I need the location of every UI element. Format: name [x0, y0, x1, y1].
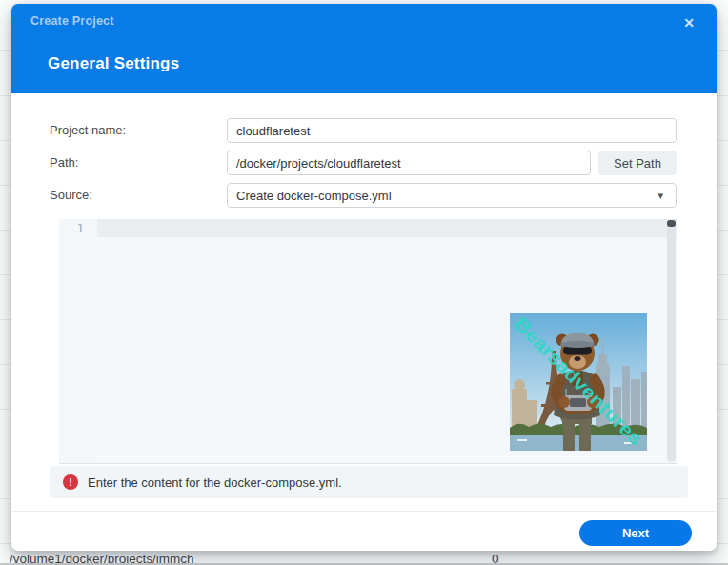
editor-active-line — [97, 219, 677, 237]
next-button[interactable]: Next — [579, 520, 692, 546]
editor-scrollbar[interactable] — [667, 220, 676, 462]
validation-error: ! Enter the content for the docker-compo… — [50, 466, 688, 498]
chevron-down-icon: ▾ — [657, 191, 663, 201]
dialog-title: Create Project — [30, 14, 114, 28]
source-label: Source: — [50, 183, 221, 208]
set-path-button[interactable]: Set Path — [598, 151, 677, 175]
source-select[interactable]: Create docker-compose.yml ▾ — [227, 183, 677, 208]
error-message: Enter the content for the docker-compose… — [88, 475, 342, 490]
bear-stock-image: Bearsadventures — [510, 313, 647, 451]
error-icon: ! — [63, 474, 78, 490]
bear-city-illustration: Bearsadventures — [510, 313, 647, 451]
boat — [517, 439, 527, 441]
path-label: Path: — [50, 151, 221, 175]
close-icon[interactable]: ✕ — [678, 12, 699, 33]
path-input[interactable] — [227, 151, 591, 175]
project-name-input[interactable] — [227, 118, 677, 143]
section-title: General Settings — [48, 54, 179, 73]
project-name-label: Project name: — [50, 118, 221, 143]
create-project-dialog: Create Project ✕ General Settings Projec… — [11, 4, 717, 551]
dialog-header: Create Project ✕ General Settings — [11, 4, 717, 93]
footer-divider — [11, 511, 717, 512]
editor-scrollbar-thumb[interactable] — [667, 220, 676, 227]
source-selected-value: Create docker-compose.yml — [236, 189, 657, 203]
yaml-editor[interactable]: 1 — [59, 219, 677, 464]
editor-gutter: 1 — [59, 219, 97, 463]
background-page: /volume1/docker/projects/immch 0 Create … — [0, 0, 728, 565]
line-number: 1 — [77, 222, 84, 235]
